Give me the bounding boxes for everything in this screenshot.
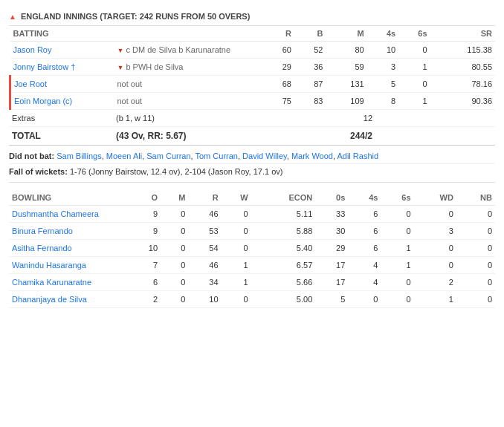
bowling-6s: 0 bbox=[381, 223, 413, 240]
bowling-r: 46 bbox=[188, 257, 221, 274]
bowling-6s: 0 bbox=[381, 274, 413, 291]
did-not-bat-player[interactable]: Mark Wood bbox=[291, 151, 333, 160]
bowling-o: 9 bbox=[128, 223, 161, 240]
batting-player-name[interactable]: Jonny Bairstow † bbox=[10, 59, 114, 76]
dismissal-arrow-icon: ▼ bbox=[117, 64, 124, 71]
bowling-econ: 5.11 bbox=[251, 206, 316, 223]
bowling-nb: 0 bbox=[456, 274, 495, 291]
did-not-bat-player[interactable]: David Willey bbox=[242, 151, 287, 160]
bowling-m: 0 bbox=[161, 223, 188, 240]
total-value: 244/2 bbox=[262, 127, 375, 146]
bowling-player-name[interactable]: Chamika Karunaratne bbox=[9, 274, 128, 291]
batting-b: 52 bbox=[294, 42, 326, 59]
bowling-o: 7 bbox=[128, 257, 161, 274]
bowling-table: BOWLING O M R W ECON 0s 4s 6s WD NB Dush… bbox=[9, 190, 495, 308]
batting-sr: 90.36 bbox=[430, 93, 495, 110]
bowling-6s: 0 bbox=[381, 291, 413, 308]
bowling-player-name[interactable]: Asitha Fernando bbox=[9, 240, 128, 257]
bowling-6s: 1 bbox=[381, 240, 413, 257]
extras-label: Extras bbox=[9, 110, 113, 127]
bowling-6s: 0 bbox=[381, 206, 413, 223]
batting-6s: 1 bbox=[398, 93, 430, 110]
did-not-bat-player[interactable]: Tom Curran bbox=[195, 151, 237, 160]
bowling-player-name[interactable]: Wanindu Hasaranga bbox=[9, 257, 128, 274]
bowling-player-name[interactable]: Binura Fernando bbox=[9, 223, 128, 240]
did-not-bat-player[interactable]: Sam Curran bbox=[146, 151, 190, 160]
innings-header: ▲ ENGLAND INNINGS (TARGET: 242 RUNS FROM… bbox=[9, 6, 495, 26]
bowling-w: 0 bbox=[222, 206, 251, 223]
chevron-icon: ▲ bbox=[9, 13, 16, 21]
did-not-bat-row: Did not bat: Sam Billings, Moeen Ali, Sa… bbox=[9, 146, 495, 164]
batting-b: 87 bbox=[294, 76, 326, 93]
batting-player-name[interactable]: Joe Root bbox=[10, 76, 114, 93]
bowling-wd: 0 bbox=[414, 206, 456, 223]
batting-dismissal: ▼c DM de Silva b Karunaratne bbox=[114, 42, 263, 59]
bowling-row: Binura Fernando 9 0 53 0 5.88 30 6 0 3 0 bbox=[9, 223, 495, 240]
bowling-wd: 1 bbox=[414, 291, 456, 308]
bowling-m: 0 bbox=[161, 206, 188, 223]
bowling-header-0s: 0s bbox=[315, 190, 348, 206]
bowling-w: 0 bbox=[222, 291, 251, 308]
batting-r: 29 bbox=[263, 59, 294, 76]
bowling-m: 0 bbox=[161, 291, 188, 308]
batting-header-batting: BATTING bbox=[10, 26, 114, 42]
did-not-bat-label: Did not bat: bbox=[9, 151, 54, 160]
batting-dismissal: ▼b PWH de Silva bbox=[114, 59, 263, 76]
bowling-4s: 6 bbox=[348, 223, 381, 240]
bowling-o: 2 bbox=[128, 291, 161, 308]
batting-6s: 0 bbox=[398, 76, 430, 93]
bowling-row: Wanindu Hasaranga 7 0 46 1 6.57 17 4 1 0… bbox=[9, 257, 495, 274]
bowling-4s: 4 bbox=[348, 257, 381, 274]
batting-6s: 1 bbox=[398, 59, 430, 76]
bowling-nb: 0 bbox=[456, 240, 495, 257]
batting-row: Jonny Bairstow † ▼b PWH de Silva 29 36 5… bbox=[10, 59, 496, 76]
bowling-m: 0 bbox=[161, 240, 188, 257]
batting-header-m: M bbox=[326, 26, 366, 42]
extras-row: Extras (b 1, w 11) 12 bbox=[9, 110, 495, 127]
batting-m: 59 bbox=[326, 59, 366, 76]
bowling-o: 10 bbox=[128, 240, 161, 257]
did-not-bat-player[interactable]: Adil Rashid bbox=[337, 151, 378, 160]
batting-header-b: B bbox=[294, 26, 326, 42]
bowling-header-wd: WD bbox=[414, 190, 456, 206]
extras-value: 12 bbox=[262, 110, 375, 127]
bowling-player-name[interactable]: Dhananjaya de Silva bbox=[9, 291, 128, 308]
bowling-w: 1 bbox=[222, 257, 251, 274]
batting-table: BATTING R B M 4s 6s SR Jason Roy ▼c DM d… bbox=[9, 26, 495, 110]
bowling-econ: 5.88 bbox=[251, 223, 316, 240]
bowling-header-nb: NB bbox=[456, 190, 495, 206]
batting-section: BATTING R B M 4s 6s SR Jason Roy ▼c DM d… bbox=[9, 26, 495, 183]
batting-dismissal: not out bbox=[114, 76, 263, 93]
bowling-wd: 0 bbox=[414, 240, 456, 257]
total-detail: (43 Ov, RR: 5.67) bbox=[113, 127, 262, 146]
batting-r: 75 bbox=[263, 93, 294, 110]
bowling-nb: 0 bbox=[456, 257, 495, 274]
bowling-w: 0 bbox=[222, 223, 251, 240]
batting-4s: 5 bbox=[367, 76, 398, 93]
batting-row: Jason Roy ▼c DM de Silva b Karunaratne 6… bbox=[10, 42, 496, 59]
batting-4s: 3 bbox=[367, 59, 398, 76]
batting-b: 36 bbox=[294, 59, 326, 76]
batting-dismissal: not out bbox=[114, 93, 263, 110]
batting-player-name[interactable]: Jason Roy bbox=[10, 42, 114, 59]
batting-header-dismissal bbox=[114, 26, 263, 42]
batting-sr: 115.38 bbox=[430, 42, 495, 59]
total-label: TOTAL bbox=[9, 127, 113, 146]
batting-row: Eoin Morgan (c) not out 75 83 109 8 1 90… bbox=[10, 93, 496, 110]
bowling-wd: 2 bbox=[414, 274, 456, 291]
fall-of-wickets-row: Fall of wickets: 1-76 (Jonny Bairstow, 1… bbox=[9, 164, 495, 183]
did-not-bat-player[interactable]: Sam Billings bbox=[56, 151, 102, 160]
batting-m: 131 bbox=[326, 76, 366, 93]
batting-r: 68 bbox=[263, 76, 294, 93]
bowling-header-o: O bbox=[128, 190, 161, 206]
batting-4s: 10 bbox=[367, 42, 398, 59]
did-not-bat-player[interactable]: Moeen Ali bbox=[106, 151, 142, 160]
batting-player-name[interactable]: Eoin Morgan (c) bbox=[10, 93, 114, 110]
bowling-header-6s: 6s bbox=[381, 190, 413, 206]
batting-m: 109 bbox=[326, 93, 366, 110]
bowling-player-name[interactable]: Dushmantha Chameera bbox=[9, 206, 128, 223]
bowling-0s: 17 bbox=[315, 274, 348, 291]
bowling-4s: 0 bbox=[348, 291, 381, 308]
bowling-r: 10 bbox=[188, 291, 221, 308]
batting-m: 80 bbox=[326, 42, 366, 59]
